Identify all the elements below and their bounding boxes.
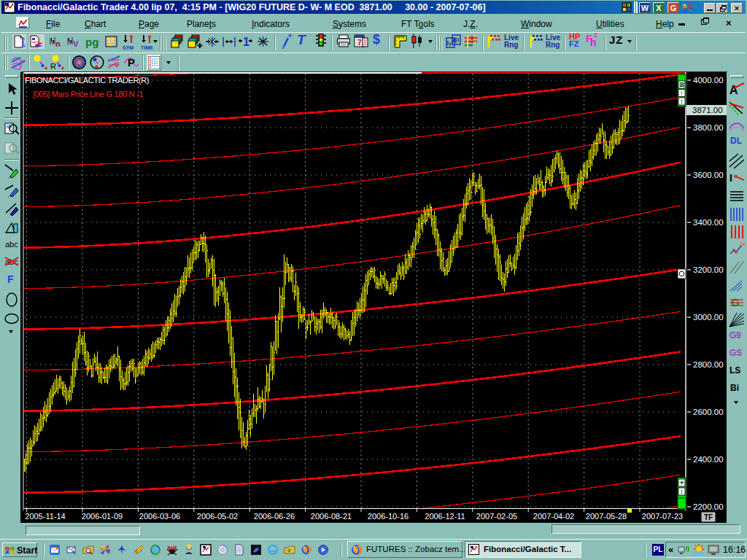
- svg-text:A: A: [729, 84, 738, 96]
- svg-text:2005-11-14: 2005-11-14: [25, 512, 65, 521]
- svg-text:✳: ✳: [679, 479, 685, 486]
- svg-text:W: W: [22, 44, 26, 48]
- svg-text:7: 7: [357, 39, 362, 47]
- svg-text:3200.00: 3200.00: [693, 265, 724, 274]
- svg-text:2006-05-02: 2006-05-02: [197, 512, 238, 521]
- svg-text:n: n: [55, 39, 61, 48]
- svg-text:3000.00: 3000.00: [693, 313, 724, 322]
- svg-text:2400.00: 2400.00: [693, 455, 724, 464]
- svg-text:↕: ↕: [680, 488, 684, 495]
- svg-text:2007-07-23: 2007-07-23: [642, 512, 683, 521]
- svg-text:4000.00: 4000.00: [693, 76, 724, 85]
- svg-text:⊠: ⊠: [679, 81, 685, 88]
- svg-text:2800.00: 2800.00: [693, 360, 724, 369]
- svg-text:2200.00: 2200.00: [693, 502, 724, 511]
- svg-text:2007-05-28: 2007-05-28: [586, 512, 627, 521]
- svg-text:2007-02-05: 2007-02-05: [476, 512, 517, 521]
- svg-text:V: V: [73, 39, 79, 48]
- svg-text:3400.00: 3400.00: [693, 218, 724, 227]
- svg-text:3800.00: 3800.00: [693, 123, 724, 132]
- svg-text:2006-03-06: 2006-03-06: [139, 512, 180, 521]
- svg-text:TIME: TIME: [141, 45, 153, 50]
- svg-text:2006-12-11: 2006-12-11: [425, 512, 465, 521]
- svg-text:SYM: SYM: [123, 45, 133, 50]
- svg-text:TF: TF: [704, 513, 713, 521]
- svg-text:3871.00: 3871.00: [692, 106, 723, 114]
- svg-text:2006-01-09: 2006-01-09: [82, 512, 123, 521]
- svg-text:R: R: [50, 62, 56, 71]
- svg-text:FIBONACCI/GALACTIC TRADER(R): FIBONACCI/GALACTIC TRADER(R): [25, 76, 149, 85]
- svg-text:I: I: [729, 172, 732, 184]
- svg-text:1: 1: [243, 36, 249, 48]
- svg-text:↑: ↑: [680, 90, 684, 97]
- svg-text:MS: MS: [168, 545, 177, 551]
- svg-text:2006-06-26: 2006-06-26: [254, 512, 295, 521]
- svg-text:2006-10-16: 2006-10-16: [368, 512, 409, 521]
- svg-text:[005] Mars Price Line G 180 N: [005] Mars Price Line G 180 N -1: [33, 90, 143, 98]
- svg-text:2007-04-02: 2007-04-02: [533, 512, 574, 521]
- svg-text:2006-08-21: 2006-08-21: [311, 512, 352, 521]
- svg-text:3600.00: 3600.00: [693, 171, 724, 179]
- svg-text:↕: ↕: [680, 98, 684, 105]
- svg-text:2600.00: 2600.00: [693, 408, 724, 416]
